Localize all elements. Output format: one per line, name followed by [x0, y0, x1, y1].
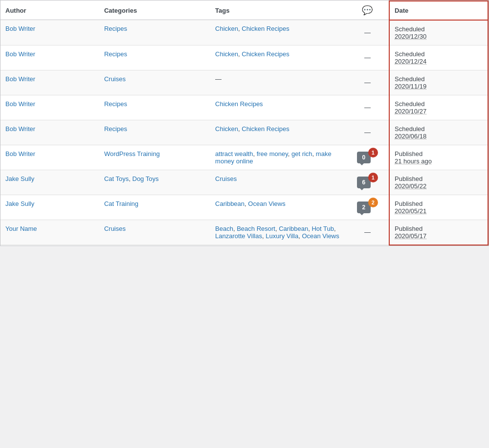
- category-link[interactable]: Recipes: [104, 25, 127, 32]
- tag-link[interactable]: Caribbean: [215, 200, 244, 207]
- author-link[interactable]: Bob Writer: [5, 125, 35, 133]
- category-link[interactable]: WordPress Training: [104, 150, 160, 157]
- categories-column-header: Categories: [99, 1, 210, 20]
- tags-cell: Beach, Beach Resort, Caribbean, Hot Tub,…: [210, 220, 346, 245]
- tag-link[interactable]: Ocean Views: [248, 200, 285, 207]
- tag-link[interactable]: Chicken Recipes: [242, 50, 289, 58]
- date-cell: Published2020/05/21: [389, 195, 488, 220]
- categories-cell: Recipes: [99, 120, 210, 145]
- category-link[interactable]: Cat Training: [104, 200, 138, 207]
- date-value: 2020/05/17: [395, 232, 483, 240]
- date-status: Published: [395, 225, 483, 232]
- author-cell: Bob Writer: [0, 20, 99, 45]
- author-link[interactable]: Bob Writer: [5, 75, 35, 83]
- date-value: 2020/05/22: [395, 182, 483, 190]
- tag-link[interactable]: Ocean Views: [302, 232, 339, 240]
- tag-link[interactable]: Chicken Recipes: [242, 125, 289, 133]
- author-cell: Bob Writer: [0, 145, 99, 170]
- tag-link[interactable]: Cruises: [215, 175, 237, 182]
- tag-link[interactable]: Chicken: [215, 125, 238, 133]
- author-link[interactable]: Bob Writer: [5, 100, 35, 108]
- author-cell: Bob Writer: [0, 120, 99, 145]
- tags-cell: Chicken, Chicken Recipes: [210, 20, 346, 45]
- categories-cell: Cruises: [99, 220, 210, 245]
- category-link[interactable]: Cruises: [104, 75, 126, 83]
- date-status: Published: [395, 175, 483, 182]
- table-row: Bob WriterRecipesChicken Recipes—Schedul…: [0, 95, 488, 120]
- posts-table-container: Author Categories Tags 💬 Date Bob Writer…: [0, 0, 489, 246]
- author-cell: Your Name: [0, 220, 99, 245]
- author-link[interactable]: Bob Writer: [5, 150, 35, 157]
- date-value: 2020/11/19: [395, 83, 483, 90]
- dash-indicator: —: [364, 79, 371, 86]
- date-cell: Scheduled2020/06/18: [389, 120, 488, 145]
- table-body: Bob WriterRecipesChicken, Chicken Recipe…: [0, 20, 488, 245]
- category-link[interactable]: Recipes: [104, 50, 127, 58]
- category-link[interactable]: Cruises: [104, 225, 126, 232]
- date-cell: Published2020/05/22: [389, 170, 488, 195]
- date-value: 21 hours ago: [395, 157, 483, 165]
- date-cell: Scheduled2020/12/24: [389, 45, 488, 70]
- categories-cell: Cruises: [99, 70, 210, 95]
- author-link[interactable]: Bob Writer: [5, 50, 35, 58]
- tags-column-header: Tags: [210, 1, 346, 20]
- date-value: 2020/05/21: [395, 207, 483, 215]
- date-cell: Published21 hours ago: [389, 145, 488, 170]
- dash-indicator: —: [215, 75, 222, 83]
- tag-link[interactable]: Beach Resort: [237, 225, 275, 232]
- author-cell: Bob Writer: [0, 45, 99, 70]
- tag-link[interactable]: Lanzarotte Villas: [215, 232, 262, 240]
- table-header-row: Author Categories Tags 💬 Date: [0, 1, 488, 20]
- date-value: 2020/12/30: [395, 33, 483, 40]
- date-cell: Scheduled2020/10/27: [389, 95, 488, 120]
- tag-link[interactable]: Chicken: [215, 25, 238, 32]
- posts-table: Author Categories Tags 💬 Date Bob Writer…: [0, 0, 489, 246]
- categories-cell: Recipes: [99, 95, 210, 120]
- dash-indicator: —: [364, 129, 371, 136]
- date-cell: Scheduled2020/11/19: [389, 70, 488, 95]
- tag-link[interactable]: free money: [257, 150, 288, 157]
- tag-link[interactable]: Chicken Recipes: [242, 25, 289, 32]
- tag-link[interactable]: Hot Tub: [311, 225, 334, 232]
- categories-cell: Cat Toys, Dog Toys: [99, 170, 210, 195]
- pending-comments-badge[interactable]: 2: [368, 198, 378, 207]
- date-cell: Scheduled2020/12/30: [389, 20, 488, 45]
- category-link[interactable]: Recipes: [104, 125, 127, 133]
- author-link[interactable]: Jake Sully: [5, 200, 34, 207]
- pending-comments-badge[interactable]: 1: [368, 173, 378, 182]
- tags-cell: Caribbean, Ocean Views: [210, 195, 346, 220]
- comments-cell: 61: [346, 170, 389, 195]
- comment-badges: 01: [357, 152, 378, 163]
- author-link[interactable]: Jake Sully: [5, 175, 34, 182]
- tag-link[interactable]: Beach: [215, 225, 233, 232]
- tag-link[interactable]: get rich: [291, 150, 312, 157]
- categories-cell: Recipes: [99, 45, 210, 70]
- tag-link[interactable]: Luxury Villa: [266, 232, 298, 240]
- tag-link[interactable]: Chicken: [215, 50, 238, 58]
- comments-cell: —: [346, 220, 389, 245]
- category-link[interactable]: Cat Toys: [104, 175, 129, 182]
- table-row: Bob WriterRecipesChicken, Chicken Recipe…: [0, 20, 488, 45]
- date-status: Scheduled: [395, 75, 483, 83]
- tag-link[interactable]: Chicken Recipes: [215, 100, 263, 108]
- tag-link[interactable]: attract wealth: [215, 150, 253, 157]
- category-link[interactable]: Recipes: [104, 100, 127, 108]
- author-link[interactable]: Your Name: [5, 225, 37, 232]
- tags-cell: Chicken Recipes: [210, 95, 346, 120]
- table-row: Bob WriterWordPress Trainingattract weal…: [0, 145, 488, 170]
- comments-cell: 22: [346, 195, 389, 220]
- author-column-header: Author: [0, 1, 99, 20]
- date-status: Scheduled: [395, 50, 483, 58]
- dash-indicator: —: [364, 54, 371, 61]
- date-status: Scheduled: [395, 125, 483, 133]
- table-row: Bob WriterCruises——Scheduled2020/11/19: [0, 70, 488, 95]
- date-value: 2020/12/24: [395, 58, 483, 65]
- tag-link[interactable]: Caribbean: [279, 225, 308, 232]
- author-link[interactable]: Bob Writer: [5, 25, 35, 32]
- dash-indicator: —: [364, 29, 371, 36]
- pending-comments-badge[interactable]: 1: [368, 148, 378, 157]
- tags-cell: Chicken, Chicken Recipes: [210, 45, 346, 70]
- category-link[interactable]: Dog Toys: [133, 175, 159, 182]
- date-status: Scheduled: [395, 25, 483, 33]
- author-cell: Jake Sully: [0, 195, 99, 220]
